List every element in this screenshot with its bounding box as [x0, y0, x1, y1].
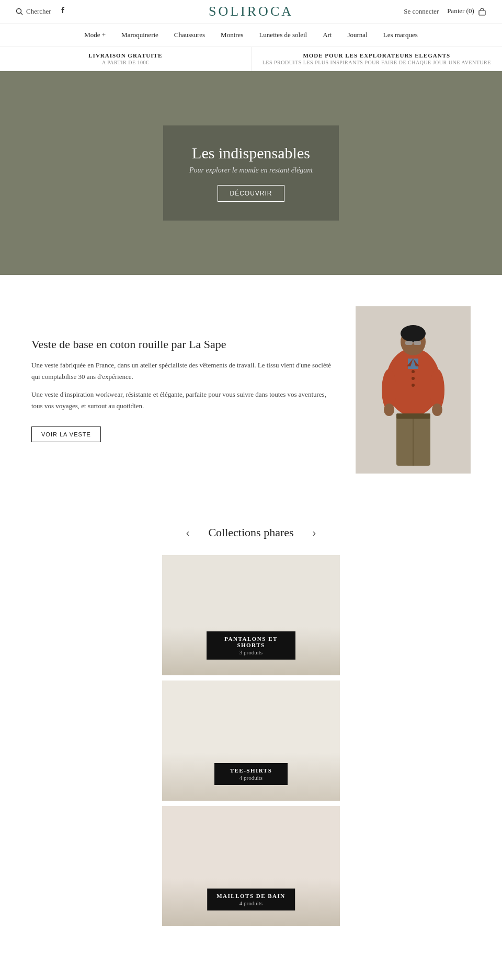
nav-journal[interactable]: Journal — [347, 31, 367, 39]
feature-title: Veste de base en coton rouille par La Sa… — [31, 338, 335, 351]
nav-chaussures[interactable]: Chaussures — [174, 31, 205, 39]
svg-point-0 — [17, 9, 21, 14]
feature-desc-1: Une veste fabriquée en France, dans un a… — [31, 360, 335, 383]
collections-next-button[interactable]: › — [310, 527, 320, 539]
collection-card-maillots[interactable]: MAILLOTS DE BAIN 4 produits — [162, 806, 340, 926]
search-button[interactable]: Chercher — [16, 7, 51, 16]
feature-image — [356, 306, 471, 474]
nav-mode[interactable]: Mode + — [84, 31, 106, 39]
promo-item-mode: MODE POUR LES EXPLORATEURS ELEGANTS LES … — [252, 47, 503, 71]
logo[interactable]: SOLIROCA — [209, 4, 293, 19]
collection-title-maillots: MAILLOTS DE BAIN — [216, 893, 286, 899]
collection-title-pantalons: PANTALONS ET SHORTS — [216, 636, 286, 648]
collections-prev-button[interactable]: ‹ — [183, 527, 193, 539]
feature-desc-2: Une veste d'inspiration workwear, résist… — [31, 389, 335, 412]
nav-lunettes[interactable]: Lunettes de soleil — [259, 31, 307, 39]
collection-count-pantalons: 3 produits — [216, 649, 286, 655]
svg-point-18 — [384, 403, 394, 416]
collection-card-pantalons[interactable]: PANTALONS ET SHORTS 3 produits — [162, 555, 340, 675]
login-link[interactable]: Se connecter — [404, 7, 439, 16]
nav-maroquinerie[interactable]: Maroquinerie — [121, 31, 158, 39]
promo-item-livraison: LIVRAISON GRATUITE A PARTIR DE 100€ — [0, 47, 252, 71]
collection-card-teeshirts[interactable]: TEE-SHIRTS 4 produits — [162, 681, 340, 801]
search-label: Chercher — [26, 7, 51, 16]
cart-label: Panier (0) — [447, 7, 474, 15]
svg-line-1 — [21, 13, 23, 15]
collections-header: ‹ Collections phares › — [31, 526, 471, 539]
collection-count-maillots: 4 produits — [216, 900, 286, 906]
feature-section: Veste de base en coton rouille par La Sa… — [0, 275, 502, 505]
svg-point-15 — [412, 384, 415, 387]
header-right: Se connecter Panier (0) — [404, 7, 486, 16]
cart-link[interactable]: Panier (0) — [447, 7, 486, 16]
nav-art[interactable]: Art — [323, 31, 332, 39]
svg-point-14 — [412, 377, 415, 380]
collections-title: Collections phares — [208, 526, 293, 539]
header: Chercher SOLIROCA Se connecter Panier (0… — [0, 0, 502, 24]
voir-veste-button[interactable]: VOIR LA VESTE — [31, 426, 101, 442]
svg-point-6 — [401, 325, 426, 342]
svg-point-13 — [412, 370, 415, 373]
hero-overlay: Les indispensables Pour explorer le mond… — [163, 125, 339, 221]
hero-title: Les indispensables — [189, 144, 313, 162]
facebook-icon[interactable] — [59, 6, 67, 17]
collection-count-teeshirts: 4 produits — [224, 775, 278, 781]
search-icon — [16, 8, 23, 15]
collection-label-teeshirts: TEE-SHIRTS 4 produits — [214, 763, 288, 785]
nav-marques[interactable]: Les marques — [383, 31, 418, 39]
promo-title-mode: MODE POUR LES EXPLORATEURS ELEGANTS — [257, 52, 497, 59]
svg-rect-7 — [405, 341, 413, 345]
feature-image-svg — [356, 306, 471, 474]
svg-rect-8 — [414, 341, 421, 345]
promo-title-livraison: LIVRAISON GRATUITE — [5, 52, 246, 59]
nav-montres[interactable]: Montres — [221, 31, 243, 39]
collections-section: ‹ Collections phares › PANTALONS ET SHOR… — [0, 505, 502, 947]
collection-label-maillots: MAILLOTS DE BAIN 4 produits — [207, 889, 295, 910]
svg-rect-2 — [479, 10, 485, 15]
hero-section: Les indispensables Pour explorer le mond… — [0, 71, 502, 275]
header-left: Chercher — [16, 6, 67, 17]
promo-sub-livraison: A PARTIR DE 100€ — [5, 60, 246, 65]
collection-label-pantalons: PANTALONS ET SHORTS 3 produits — [207, 631, 295, 660]
feature-text: Veste de base en coton rouille par La Sa… — [31, 338, 335, 442]
main-nav: Mode + Maroquinerie Chaussures Montres L… — [0, 24, 502, 47]
collection-title-teeshirts: TEE-SHIRTS — [224, 767, 278, 774]
hero-subtitle: Pour explorer le monde en restant élégan… — [189, 166, 313, 175]
cart-icon — [478, 8, 486, 16]
promo-sub-mode: LES PRODUITS LES PLUS INSPIRANTS POUR FA… — [257, 60, 497, 65]
hero-discover-button[interactable]: DÉCOUVRIR — [218, 185, 284, 202]
collections-grid: PANTALONS ET SHORTS 3 produits TEE-SHIRT… — [31, 555, 471, 926]
promo-bar: LIVRAISON GRATUITE A PARTIR DE 100€ MODE… — [0, 47, 502, 71]
svg-point-19 — [432, 403, 442, 416]
svg-rect-22 — [396, 413, 430, 419]
